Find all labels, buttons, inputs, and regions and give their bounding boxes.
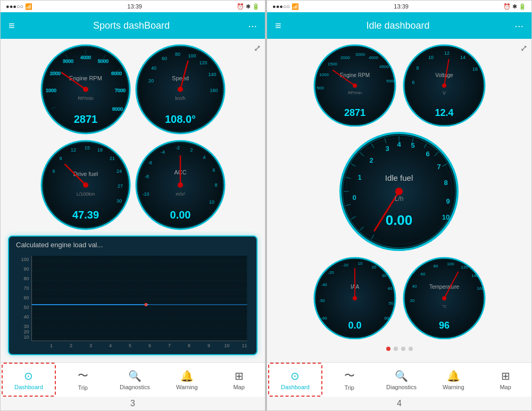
svg-text:47.39: 47.39 bbox=[72, 209, 98, 221]
svg-text:-10: -10 bbox=[142, 191, 149, 197]
svg-text:2: 2 bbox=[70, 343, 72, 348]
svg-text:-40: -40 bbox=[321, 282, 327, 287]
svg-text:3000: 3000 bbox=[355, 52, 365, 57]
svg-point-198 bbox=[442, 296, 446, 300]
svg-text:4500: 4500 bbox=[379, 64, 389, 69]
nav-diagnostics-right[interactable]: 🔍 Diagnostics bbox=[376, 363, 428, 397]
svg-text:5000: 5000 bbox=[97, 58, 108, 64]
svg-text:Temperature: Temperature bbox=[429, 284, 459, 290]
svg-text:96: 96 bbox=[438, 320, 449, 331]
chart-area-left: Calculated engine load val... 100 90 80 … bbox=[8, 236, 257, 355]
fullscreen-icon-left[interactable]: ⤢ bbox=[254, 43, 261, 53]
svg-text:20: 20 bbox=[371, 265, 376, 270]
svg-text:70: 70 bbox=[23, 286, 29, 291]
svg-text:0.00: 0.00 bbox=[386, 212, 413, 228]
nav-warning-label-right: Warning bbox=[443, 384, 464, 390]
nav-map-left[interactable]: ⊞ Map bbox=[213, 363, 265, 397]
nav-map-right[interactable]: ⊞ Map bbox=[479, 363, 531, 397]
svg-text:10: 10 bbox=[358, 261, 362, 266]
svg-text:4: 4 bbox=[203, 155, 205, 160]
svg-text:7000: 7000 bbox=[114, 88, 125, 93]
svg-text:80: 80 bbox=[174, 52, 180, 57]
svg-text:8: 8 bbox=[188, 343, 190, 348]
svg-text:9: 9 bbox=[207, 343, 210, 348]
drive-fuel-gauge: 6 9 12 15 18 21 24 27 30 Drive fuel L/10… bbox=[40, 140, 131, 232]
more-icon-right[interactable]: ··· bbox=[514, 20, 523, 32]
svg-text:100: 100 bbox=[447, 262, 454, 266]
svg-text:108.0°: 108.0° bbox=[164, 113, 195, 125]
fullscreen-icon-right[interactable]: ⤢ bbox=[520, 43, 527, 53]
svg-text:3: 3 bbox=[385, 145, 389, 153]
bluetooth-icon-right: ✱ bbox=[512, 3, 517, 10]
nav-warning-left[interactable]: 🔔 Warning bbox=[161, 363, 213, 397]
time-right: 13:39 bbox=[394, 3, 409, 10]
svg-text:RP/min: RP/min bbox=[78, 96, 94, 101]
svg-text:5: 5 bbox=[411, 141, 414, 149]
svg-text:-60: -60 bbox=[321, 316, 327, 321]
nav-diagnostics-left[interactable]: 🔍 Diagnostics bbox=[109, 363, 161, 397]
svg-text:-4: -4 bbox=[160, 149, 164, 155]
nav-trip-right[interactable]: 〜 Trip bbox=[323, 363, 376, 397]
signal-dots: ●●●○○ bbox=[6, 3, 23, 10]
svg-text:2: 2 bbox=[369, 156, 373, 164]
svg-text:1: 1 bbox=[358, 173, 361, 181]
idle-fuel-row: 0 1 2 3 4 5 6 7 8 9 10 bbox=[272, 132, 526, 254]
svg-text:60: 60 bbox=[161, 56, 167, 61]
svg-text:40: 40 bbox=[387, 286, 392, 291]
svg-text:20: 20 bbox=[148, 78, 153, 83]
svg-text:Engine RPM: Engine RPM bbox=[339, 72, 369, 78]
svg-text:40: 40 bbox=[23, 314, 29, 320]
main-content-right: ⤢ 500 1000 1500 2000 bbox=[267, 39, 531, 362]
svg-point-132 bbox=[442, 83, 446, 88]
app-header-right: ≡ Idle dashboard ··· bbox=[267, 12, 531, 39]
more-icon-left[interactable]: ··· bbox=[248, 20, 257, 32]
nav-trip-label-right: Trip bbox=[344, 384, 354, 391]
svg-text:0.00: 0.00 bbox=[170, 209, 190, 221]
svg-text:27: 27 bbox=[117, 183, 122, 189]
svg-text:Speed: Speed bbox=[172, 75, 189, 81]
svg-text:20: 20 bbox=[23, 329, 29, 334]
nav-dashboard-right[interactable]: ⊙ Dashboard bbox=[268, 363, 322, 397]
svg-text:24: 24 bbox=[116, 169, 121, 174]
svg-text:40: 40 bbox=[412, 284, 417, 289]
menu-icon-left[interactable]: ≡ bbox=[9, 20, 15, 32]
svg-text:80: 80 bbox=[433, 264, 438, 269]
page-number-right: 4 bbox=[267, 397, 531, 410]
nav-warning-right[interactable]: 🔔 Warning bbox=[427, 363, 479, 397]
svg-text:-10: -10 bbox=[342, 263, 348, 267]
svg-text:4000: 4000 bbox=[369, 55, 378, 60]
svg-text:120: 120 bbox=[199, 60, 207, 65]
gauge-row-r3: -50 -40 -20 -10 10 20 30 40 50 60 -60 IA… bbox=[272, 257, 526, 341]
svg-text:Engine RPM: Engine RPM bbox=[69, 75, 102, 81]
nav-dashboard-left[interactable]: ⊙ Dashboard bbox=[2, 363, 56, 397]
svg-text:1000: 1000 bbox=[45, 88, 56, 93]
nav-warning-label-left: Warning bbox=[176, 384, 198, 390]
voltage-gauge-right: 6 8 10 12 14 16 Voltage V 12.4 bbox=[402, 44, 487, 129]
wifi-icon-right: 📶 bbox=[292, 3, 299, 10]
diagnostics-icon-left: 🔍 bbox=[128, 370, 142, 382]
temperature-gauge: 20 40 60 80 100 120 140 160 Temperature … bbox=[402, 257, 487, 341]
map-icon-right: ⊞ bbox=[501, 370, 510, 382]
svg-text:12.4: 12.4 bbox=[435, 107, 453, 118]
gauge-row-r1: 500 1000 1500 2000 3000 4000 4500 5000 E… bbox=[272, 44, 526, 129]
svg-text:8: 8 bbox=[444, 179, 447, 187]
engine-rpm-gauge: 1000 2000 3000 4000 5000 6000 7000 8000 bbox=[40, 44, 131, 137]
dot-3 bbox=[401, 347, 405, 351]
svg-text:500: 500 bbox=[317, 86, 324, 90]
svg-text:100: 100 bbox=[188, 53, 196, 58]
svg-text:km/h: km/h bbox=[175, 96, 186, 101]
svg-text:-6: -6 bbox=[147, 160, 152, 165]
diagnostics-icon-right: 🔍 bbox=[395, 370, 408, 382]
gauge-row-2: 6 9 12 15 18 21 24 27 30 Drive fuel L/10… bbox=[6, 140, 260, 232]
svg-point-166 bbox=[395, 188, 403, 195]
menu-icon-right[interactable]: ≡ bbox=[275, 20, 281, 32]
header-title-left: Sports dashBoard bbox=[93, 20, 170, 31]
engine-rpm-gauge-right: 500 1000 1500 2000 3000 4000 4500 5000 E… bbox=[312, 44, 397, 129]
svg-text:8: 8 bbox=[214, 182, 217, 188]
svg-text:60: 60 bbox=[23, 295, 29, 300]
trip-icon-left: 〜 bbox=[78, 368, 88, 383]
nav-trip-left[interactable]: 〜 Trip bbox=[57, 363, 109, 397]
time-left: 13:39 bbox=[127, 3, 142, 10]
svg-text:30: 30 bbox=[116, 198, 121, 204]
iaa-gauge: -50 -40 -20 -10 10 20 30 40 50 60 -60 IA… bbox=[312, 257, 397, 341]
